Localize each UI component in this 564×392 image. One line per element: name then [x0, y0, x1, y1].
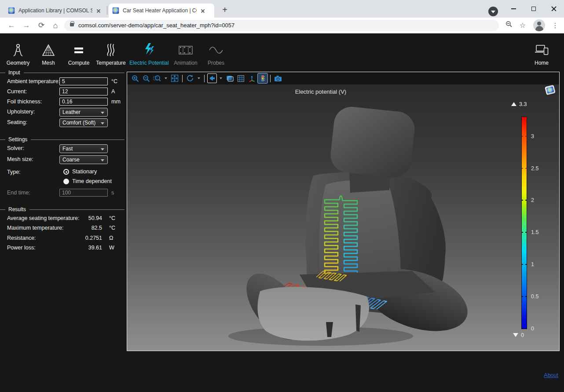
colorbar-tick: 1.5	[522, 229, 527, 235]
ribbon-electric-potential-button[interactable]: Electric Potential	[130, 38, 168, 66]
solver-dropdown[interactable]: Fast	[59, 144, 108, 153]
section-title: Input	[8, 70, 20, 76]
result-value: 82.5	[57, 225, 102, 231]
ribbon-label: Geometry	[7, 60, 30, 66]
field-label: Current:	[7, 88, 27, 95]
sine-wave-icon	[209, 42, 223, 58]
result-value: 50.94	[57, 215, 102, 221]
field-row-current: Current: A	[0, 88, 127, 96]
ribbon-label: Animation	[174, 60, 197, 66]
comsol-favicon	[112, 7, 119, 14]
graphics-toolbar	[127, 72, 559, 84]
field-row-end-time: End time: s	[0, 189, 127, 198]
mesh-size-dropdown[interactable]: Coarse	[59, 155, 108, 164]
toolbar-separator	[182, 75, 183, 82]
field-label: Mesh size:	[7, 156, 33, 162]
ribbon-compute-button[interactable]: Compute	[65, 38, 92, 66]
graphics-panel: Electric potential (V)	[127, 72, 560, 351]
graphics-canvas[interactable]: Electric potential (V)	[127, 84, 559, 351]
address-bar[interactable]: comsol.com/server-demo/app/car_seat_heat…	[64, 20, 499, 31]
ambient-temperature-input[interactable]	[59, 77, 108, 85]
field-unit: A	[111, 88, 115, 95]
ribbon-label: Mesh	[42, 60, 55, 66]
end-time-input	[59, 189, 108, 197]
result-row-average-seating-temperature: Average seating temperature: 50.94 °C	[0, 215, 127, 223]
default-view-icon[interactable]	[207, 73, 217, 83]
field-label: Type:	[7, 169, 21, 175]
colorbar-min-value: 0	[513, 332, 524, 338]
foil-thickness-input[interactable]	[59, 98, 108, 106]
ribbon-geometry-button[interactable]: Geometry	[4, 38, 32, 66]
lock-icon	[70, 23, 74, 26]
section-title: Results	[8, 206, 26, 212]
mesh-triangle-icon	[41, 42, 55, 58]
zoom-indicator-icon[interactable]	[503, 19, 515, 32]
zoom-box-icon[interactable]	[152, 73, 162, 83]
result-row-resistance: Resistance: 0.2751 Ω	[0, 235, 127, 243]
ribbon-probes-button: Probes	[203, 38, 229, 66]
ribbon-mesh-button[interactable]: Mesh	[35, 38, 62, 66]
ribbon-animation-button: Animation	[171, 38, 201, 66]
ribbon-home-button[interactable]: Home	[528, 38, 555, 66]
field-label: Solver:	[7, 145, 24, 151]
window-maximize-button[interactable]	[524, 0, 544, 18]
color-legend-toggle-icon[interactable]	[258, 73, 267, 83]
back-icon[interactable]: ←	[5, 19, 18, 32]
url-text[interactable]: comsol.com/server-demo/app/car_seat_heat…	[78, 20, 234, 31]
zoom-extents-icon[interactable]	[170, 73, 179, 83]
compute-equals-icon	[72, 42, 85, 58]
film-strip-icon	[178, 42, 193, 58]
window-minimize-button[interactable]	[503, 0, 524, 18]
ribbon-label: Home	[535, 60, 549, 66]
colorbar-ticks: 32.521.510.50	[522, 117, 527, 329]
new-tab-button[interactable]: +	[219, 4, 231, 16]
colorbar-tick: 2.5	[522, 165, 527, 172]
ribbon-temperature-button[interactable]: Temperature	[94, 38, 128, 66]
result-unit: °C	[109, 225, 115, 231]
rotate-dropdown-icon[interactable]	[196, 73, 201, 83]
field-row-ambient-temperature: Ambient temperature: °C	[0, 77, 127, 86]
radio-stationary[interactable]	[63, 169, 69, 175]
devices-home-icon	[534, 42, 549, 58]
about-link[interactable]: About	[544, 372, 558, 378]
window-close-button[interactable]	[544, 0, 564, 18]
axes-orientation-icon[interactable]	[247, 73, 256, 83]
transparency-icon[interactable]	[225, 73, 234, 83]
upholstery-dropdown[interactable]: Leather	[59, 108, 108, 117]
forward-icon[interactable]: →	[20, 19, 33, 32]
tab-title: Car Seat Heater Application | CO	[123, 7, 197, 14]
field-row-foil-thickness: Foil thickness: mm	[0, 98, 127, 106]
browser-update-icon[interactable]	[488, 7, 498, 16]
chevron-down-icon	[101, 122, 104, 125]
car-seat-3d-model[interactable]	[127, 84, 559, 351]
field-row-type-2: Time dependent	[0, 178, 127, 187]
field-unit: mm	[111, 99, 121, 105]
field-unit: s	[111, 190, 114, 196]
tab-application-library[interactable]: Application Library | COMSOL Se	[4, 4, 106, 18]
tab-close-icon[interactable]	[95, 7, 102, 14]
seating-dropdown[interactable]: Comfort (Soft)	[59, 118, 108, 127]
zoom-out-icon[interactable]	[141, 73, 151, 83]
chevron-down-icon	[101, 159, 104, 161]
default-view-dropdown-icon[interactable]	[218, 73, 223, 83]
radio-time-dependent[interactable]	[63, 179, 69, 184]
zoom-in-icon[interactable]	[130, 73, 140, 83]
grid-icon[interactable]	[236, 73, 245, 83]
snapshot-camera-icon[interactable]	[273, 73, 283, 83]
reload-icon[interactable]: ⟳	[35, 19, 48, 32]
tab-close-icon[interactable]	[199, 7, 206, 14]
radio-label: Time dependent	[72, 178, 112, 184]
browser-menu-icon[interactable]: ⋮	[549, 19, 561, 32]
result-unit: Ω	[109, 235, 113, 241]
home-icon[interactable]: ⌂	[49, 19, 62, 32]
toolbar-separator	[270, 75, 271, 82]
colorbar-tick: 0	[522, 326, 527, 332]
bookmark-star-icon[interactable]: ☆	[516, 19, 529, 32]
tab-car-seat-heater[interactable]: Car Seat Heater Application | CO	[109, 4, 214, 18]
result-value: 39.61	[57, 245, 102, 251]
profile-avatar[interactable]	[533, 19, 545, 31]
section-header-input: Input	[0, 70, 127, 76]
rotate-view-icon[interactable]	[185, 73, 195, 83]
current-input[interactable]	[59, 88, 108, 95]
zoom-box-dropdown-icon[interactable]	[163, 73, 168, 83]
